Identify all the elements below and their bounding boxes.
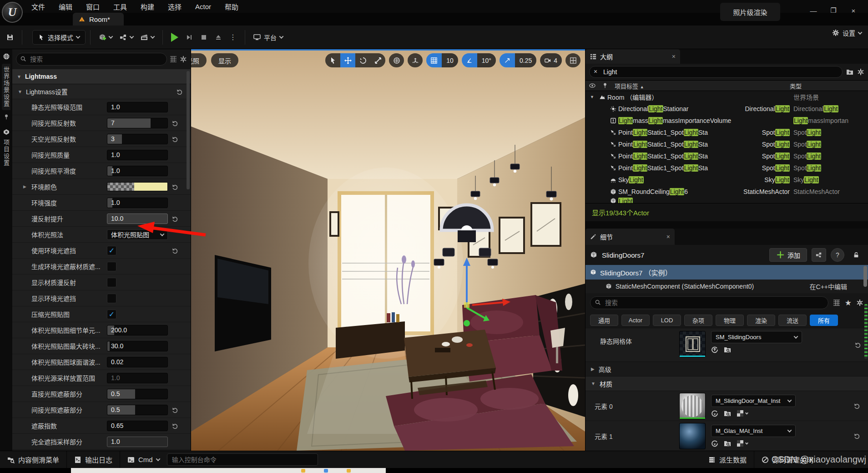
material-dropdown[interactable]: M_SlidingDoor_Mat_Inst xyxy=(711,395,796,407)
checkbox[interactable] xyxy=(107,294,116,303)
lit-mode-pill[interactable]: 光照 xyxy=(191,53,207,67)
value-field[interactable]: 10.0 xyxy=(107,214,168,224)
value-slider[interactable]: 1.0 xyxy=(107,198,168,208)
value-dropdown[interactable]: 体积光照贴图 xyxy=(107,229,168,240)
outliner-row[interactable]: PointLightStatic1_SpotLightSta SpotLight… xyxy=(585,127,868,138)
cmd-dropdown[interactable]: Cmd xyxy=(120,451,167,468)
select-mode-dropdown[interactable]: 选择模式 xyxy=(32,30,86,45)
filter-chip[interactable]: 所有 xyxy=(810,315,838,326)
photoreal-render-button[interactable]: 照片级渲染 xyxy=(720,3,780,21)
viewport-layout-icon[interactable] xyxy=(565,53,580,67)
outliner-search-input[interactable] xyxy=(589,66,843,78)
section-lightmass[interactable]: ▼Lightmass xyxy=(12,69,191,84)
undo-icon[interactable] xyxy=(849,432,864,439)
filter-chip[interactable]: LOD xyxy=(653,315,681,326)
checkbox[interactable]: ✓ xyxy=(107,246,116,255)
outliner-row[interactable]: PointLightStatic1_SpotLightSta SpotLight… xyxy=(585,150,868,162)
undo-icon[interactable] xyxy=(849,402,864,409)
surface-snap-toggle[interactable] xyxy=(408,53,423,67)
console-command-input[interactable] xyxy=(167,453,318,466)
add-component-button[interactable]: ＋添加 xyxy=(769,248,807,262)
label-column-header[interactable]: 项目标签 ▲ xyxy=(615,81,644,90)
world-local-toggle[interactable] xyxy=(389,53,404,67)
tab-details[interactable]: 细节 × xyxy=(585,229,675,245)
outliner-row[interactable]: PointLightStatic1_SpotLightSta SpotLight… xyxy=(585,138,868,150)
component-row[interactable]: StaticMeshComponent (StaticMeshComponent… xyxy=(585,280,868,293)
menu-item[interactable]: 窗口 xyxy=(79,2,106,11)
details-scrollbar[interactable] xyxy=(864,304,868,359)
editor-settings-dropdown[interactable]: 设置 xyxy=(832,28,862,37)
filter-chip[interactable]: 杂项 xyxy=(684,315,712,326)
frame-skip-button[interactable] xyxy=(182,30,197,45)
browse-to-icon[interactable] xyxy=(711,346,718,353)
value-slider[interactable]: 0.5 xyxy=(107,405,168,415)
unreal-logo-icon[interactable]: U xyxy=(2,2,23,23)
platforms-dropdown[interactable]: 平台 xyxy=(250,30,287,45)
minimize-button[interactable]: — xyxy=(803,4,823,17)
add-actor-button[interactable] xyxy=(95,30,116,45)
outliner-row[interactable]: SkyLight SkyLight SkyLight xyxy=(585,174,868,186)
blueprints-button[interactable] xyxy=(116,30,137,45)
material-dropdown[interactable]: M_Glas_MAt_Inst xyxy=(711,425,796,437)
output-log-button[interactable]: 输出日志 xyxy=(67,451,120,468)
derived-data-button[interactable]: 派生数据 xyxy=(701,451,754,468)
menu-item[interactable]: 帮助 xyxy=(218,2,245,11)
lock-icon[interactable] xyxy=(849,248,863,262)
outliner-row[interactable]: ▼ Room （编辑器） 世界场景 xyxy=(585,91,868,103)
add-folder-icon[interactable] xyxy=(846,68,853,76)
menu-item[interactable]: 工具 xyxy=(106,2,134,11)
close-button[interactable]: × xyxy=(843,4,863,17)
visibility-column-icon[interactable] xyxy=(589,82,595,89)
cinematics-button[interactable] xyxy=(137,30,158,45)
mesh-dropdown[interactable]: SM_SlidingDoors xyxy=(711,331,802,343)
type-column-header[interactable]: 类型 xyxy=(790,81,868,90)
stop-button[interactable] xyxy=(197,30,211,45)
value-slider[interactable]: 30.0 xyxy=(107,341,168,351)
maximize-button[interactable]: ❐ xyxy=(823,4,843,17)
filter-chip[interactable]: 渲染 xyxy=(747,315,775,326)
material-thumbnail[interactable] xyxy=(679,393,706,419)
clear-search-icon[interactable]: × xyxy=(594,68,597,75)
undo-icon[interactable] xyxy=(168,407,182,413)
menu-item[interactable]: 选择 xyxy=(161,2,188,11)
close-icon[interactable]: × xyxy=(666,233,670,240)
menu-item[interactable]: Actor xyxy=(188,3,218,10)
select-tool[interactable] xyxy=(325,53,340,67)
menu-item[interactable]: 构建 xyxy=(134,2,161,11)
outliner-row[interactable]: PointLightStatic1_SpotLightSta SpotLight… xyxy=(585,162,868,174)
panel-gear-icon[interactable] xyxy=(180,56,187,63)
checkbox[interactable] xyxy=(107,278,116,287)
outliner-settings-icon[interactable] xyxy=(857,68,864,76)
rotate-tool[interactable] xyxy=(355,53,370,67)
favorites-icon[interactable]: ★ xyxy=(845,298,852,308)
undo-icon[interactable] xyxy=(168,247,182,254)
filter-chip[interactable]: Actor xyxy=(621,315,650,326)
eject-button[interactable] xyxy=(211,30,226,45)
undo-icon[interactable] xyxy=(168,120,182,127)
value-slider[interactable]: 200.0 xyxy=(107,325,168,336)
folder-search-icon[interactable] xyxy=(724,346,731,353)
level-tab[interactable]: Room* xyxy=(73,13,124,25)
display-options-icon[interactable] xyxy=(833,299,840,306)
world-settings-search-input[interactable] xyxy=(16,53,167,66)
value-field[interactable]: 0.02 xyxy=(107,357,168,367)
grid-view-icon[interactable] xyxy=(170,56,177,63)
details-settings-icon[interactable] xyxy=(856,299,863,306)
show-pill[interactable]: 显示 xyxy=(211,53,238,67)
undo-icon[interactable] xyxy=(168,136,182,142)
outliner-row[interactable]: DirectionalLightStationar DirectionalLig… xyxy=(585,103,868,115)
filter-chip[interactable]: 通用 xyxy=(590,315,618,326)
save-button[interactable] xyxy=(3,30,17,45)
scale-tool[interactable] xyxy=(370,53,385,67)
outliner-row[interactable]: SM_RoundCeilingLight6 StaticMeshActor St… xyxy=(585,186,868,198)
undo-icon[interactable] xyxy=(168,422,182,429)
folder-search-icon[interactable] xyxy=(724,440,731,447)
value-slider[interactable]: 3 xyxy=(107,134,168,144)
panel-splitter[interactable] xyxy=(585,221,868,229)
checkbox[interactable]: ✓ xyxy=(107,310,116,319)
browse-to-icon[interactable] xyxy=(711,440,718,447)
browse-to-icon[interactable] xyxy=(711,410,718,417)
undo-icon[interactable] xyxy=(851,331,864,359)
outliner-row[interactable]: LightmassLightmassImportanceVolume Light… xyxy=(585,115,868,127)
advanced-section[interactable]: ▶高级 xyxy=(585,361,868,376)
